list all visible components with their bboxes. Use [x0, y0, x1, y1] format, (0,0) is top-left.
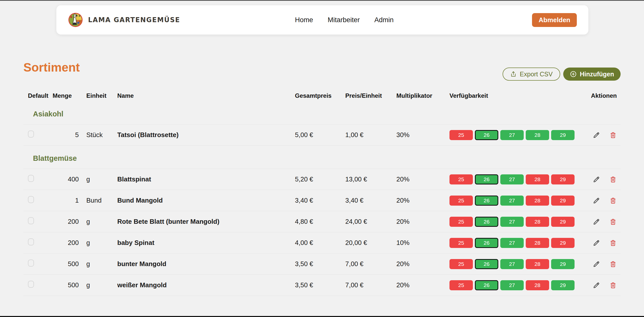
delete-button[interactable] — [609, 197, 617, 204]
edit-button[interactable] — [593, 239, 600, 247]
week-27-toggle[interactable]: 27 — [500, 130, 524, 140]
week-27-toggle[interactable]: 27 — [500, 238, 524, 248]
gesamtpreis-value: 3,50 € — [295, 260, 345, 268]
week-28-toggle[interactable]: 28 — [526, 174, 549, 184]
brand[interactable]: LAMA GARTENGEMÜSE — [68, 12, 180, 27]
pencil-icon — [593, 281, 600, 289]
default-checkbox[interactable] — [28, 217, 34, 224]
week-29-toggle[interactable]: 29 — [551, 174, 575, 184]
week-29-toggle[interactable]: 29 — [551, 217, 575, 227]
week-28-toggle[interactable]: 28 — [526, 196, 549, 206]
window-top-edge — [0, 0, 644, 1]
default-checkbox[interactable] — [28, 281, 34, 288]
name-value: Tatsoi (Blattrosette) — [117, 131, 295, 139]
multiplikator-value: 20% — [396, 260, 449, 268]
week-25-toggle[interactable]: 25 — [449, 259, 473, 269]
week-27-toggle[interactable]: 27 — [500, 259, 524, 269]
delete-button[interactable] — [609, 176, 617, 183]
week-26-toggle[interactable]: 26 — [475, 174, 498, 184]
edit-button[interactable] — [593, 176, 600, 183]
preis-einheit-value: 13,00 € — [345, 175, 396, 183]
preis-einheit-value: 3,40 € — [345, 197, 396, 204]
nav-admin[interactable]: Admin — [374, 16, 394, 24]
week-27-toggle[interactable]: 27 — [500, 174, 524, 184]
table-row: 500 g bunter Mangold 3,50 € 7,00 € 20% 2… — [23, 253, 621, 275]
week-25-toggle[interactable]: 25 — [449, 196, 473, 206]
week-29-toggle[interactable]: 29 — [551, 280, 575, 290]
week-28-toggle[interactable]: 28 — [526, 238, 549, 248]
gesamtpreis-value: 4,80 € — [295, 218, 345, 226]
week-28-toggle[interactable]: 28 — [526, 259, 549, 269]
delete-button[interactable] — [609, 131, 617, 139]
col-aktionen: Aktionen — [586, 92, 621, 99]
delete-button[interactable] — [609, 281, 617, 289]
edit-button[interactable] — [593, 197, 600, 204]
menge-value: 400 — [53, 175, 79, 183]
multiplikator-value: 20% — [396, 175, 449, 183]
pencil-icon — [593, 260, 600, 268]
week-28-toggle[interactable]: 28 — [526, 280, 549, 290]
pencil-icon — [593, 218, 600, 226]
default-checkbox[interactable] — [28, 196, 34, 203]
week-25-toggle[interactable]: 25 — [449, 238, 473, 248]
week-29-toggle[interactable]: 29 — [551, 259, 575, 269]
week-26-toggle[interactable]: 26 — [475, 217, 498, 227]
week-25-toggle[interactable]: 25 — [449, 130, 473, 140]
delete-button[interactable] — [609, 260, 617, 268]
col-einheit: Einheit — [79, 92, 117, 99]
default-checkbox[interactable] — [28, 238, 34, 245]
pencil-icon — [593, 197, 600, 204]
nav-home[interactable]: Home — [295, 16, 313, 24]
week-26-toggle[interactable]: 26 — [475, 238, 498, 248]
logout-button[interactable]: Abmelden — [532, 13, 577, 27]
export-csv-button[interactable]: Export CSV — [503, 68, 560, 81]
week-26-toggle[interactable]: 26 — [475, 259, 498, 269]
upload-icon — [510, 71, 517, 77]
trash-icon — [609, 131, 617, 139]
edit-button[interactable] — [593, 281, 600, 289]
nav-mitarbeiter[interactable]: Mitarbeiter — [328, 16, 360, 24]
week-25-toggle[interactable]: 25 — [449, 280, 473, 290]
delete-button[interactable] — [609, 239, 617, 247]
title-actions: Export CSV Hinzufügen — [503, 68, 621, 81]
einheit-value: g — [79, 218, 117, 226]
col-name: Name — [117, 92, 295, 99]
week-27-toggle[interactable]: 27 — [500, 217, 524, 227]
name-value: bunter Mangold — [117, 260, 295, 268]
week-27-toggle[interactable]: 27 — [500, 196, 524, 206]
week-28-toggle[interactable]: 28 — [526, 130, 549, 140]
week-29-toggle[interactable]: 29 — [551, 196, 575, 206]
edit-button[interactable] — [593, 131, 600, 139]
add-button[interactable]: Hinzufügen — [563, 68, 621, 81]
edit-button[interactable] — [593, 218, 600, 226]
name-value: baby Spinat — [117, 239, 295, 247]
default-checkbox[interactable] — [28, 131, 34, 138]
name-value: Bund Mangold — [117, 197, 295, 204]
trash-icon — [609, 260, 617, 268]
week-29-toggle[interactable]: 29 — [551, 130, 575, 140]
week-25-toggle[interactable]: 25 — [449, 217, 473, 227]
export-csv-label: Export CSV — [520, 71, 553, 78]
week-26-toggle[interactable]: 26 — [475, 130, 498, 140]
week-28-toggle[interactable]: 28 — [526, 217, 549, 227]
week-26-toggle[interactable]: 26 — [475, 280, 498, 290]
sortiment-table: Default Menge Einheit Name Gesamtpreis P… — [23, 90, 621, 296]
table-row: 5 Stück Tatsoi (Blattrosette) 5,00 € 1,0… — [23, 124, 621, 146]
availability-cell: 2526272829 — [449, 217, 586, 227]
col-multiplikator: Multiplikator — [396, 92, 449, 99]
week-25-toggle[interactable]: 25 — [449, 174, 473, 184]
edit-button[interactable] — [593, 260, 600, 268]
header-card: LAMA GARTENGEMÜSE Home Mitarbeiter Admin… — [56, 5, 588, 35]
week-26-toggle[interactable]: 26 — [475, 196, 498, 206]
week-27-toggle[interactable]: 27 — [500, 280, 524, 290]
delete-button[interactable] — [609, 218, 617, 226]
default-checkbox[interactable] — [28, 260, 34, 267]
multiplikator-value: 30% — [396, 131, 449, 139]
menge-value: 200 — [53, 239, 79, 247]
week-29-toggle[interactable]: 29 — [551, 238, 575, 248]
trash-icon — [609, 218, 617, 226]
default-checkbox[interactable] — [28, 175, 34, 182]
multiplikator-value: 10% — [396, 239, 449, 247]
table-header-row: Default Menge Einheit Name Gesamtpreis P… — [23, 90, 621, 101]
trash-icon — [609, 281, 617, 289]
